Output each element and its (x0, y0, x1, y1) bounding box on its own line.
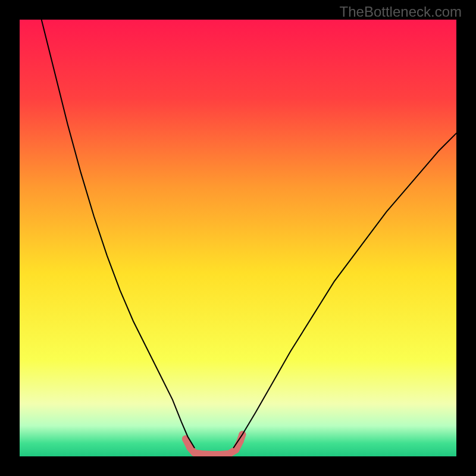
chart-frame: TheBottleneck.com (0, 0, 476, 476)
chart-svg (20, 20, 456, 456)
watermark-text: TheBottleneck.com (340, 4, 462, 20)
gradient-background (20, 20, 456, 456)
plot-area (20, 20, 456, 456)
